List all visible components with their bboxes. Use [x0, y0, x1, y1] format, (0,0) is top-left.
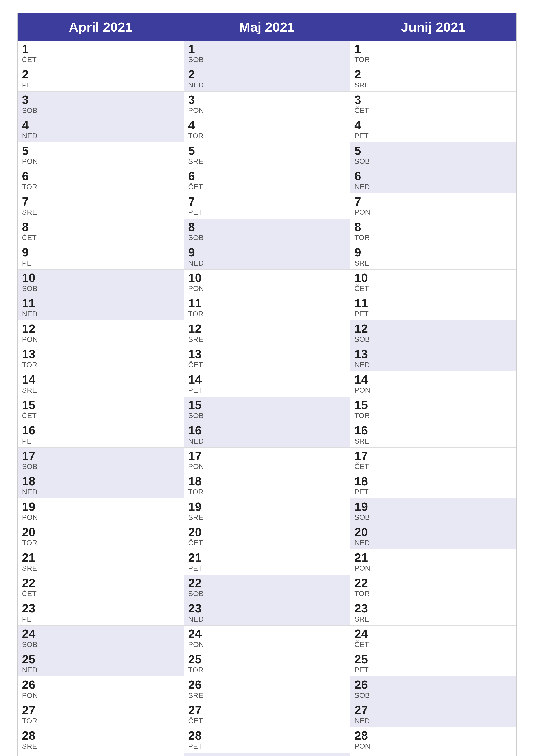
- day-name: NED: [354, 716, 512, 725]
- day-cell: 3SOB: [18, 92, 184, 117]
- day-cell: 11NED: [18, 295, 184, 320]
- day-number: 11: [188, 297, 345, 309]
- day-cell: 7SRE: [18, 193, 184, 219]
- day-cell: 12PON: [18, 320, 184, 346]
- day-cell: 5PON: [18, 143, 184, 168]
- day-number: 7: [354, 196, 512, 207]
- calendar-container: April 2021Maj 2021Junij 2021 1ČET2PET3SO…: [17, 13, 517, 756]
- day-number: 21: [354, 552, 512, 564]
- day-number: 5: [354, 145, 512, 157]
- day-number: 20: [354, 526, 512, 538]
- day-cell: 28SRE: [18, 727, 184, 753]
- day-number: 9: [22, 246, 179, 258]
- day-cell: 19SOB: [350, 499, 516, 524]
- day-cell: 29ČET: [18, 753, 184, 756]
- day-cell: 6TOR: [18, 168, 184, 193]
- day-number: 4: [354, 119, 512, 131]
- day-number: 29: [354, 755, 512, 756]
- day-name: SOB: [22, 106, 179, 115]
- day-number: 25: [22, 653, 179, 665]
- day-number: 25: [188, 653, 345, 665]
- day-number: 6: [188, 170, 345, 182]
- day-name: NED: [188, 259, 345, 267]
- day-name: PET: [22, 81, 179, 89]
- day-cell: 10PON: [184, 270, 350, 295]
- day-name: PON: [22, 157, 179, 166]
- day-name: PET: [354, 310, 512, 318]
- day-name: TOR: [188, 666, 345, 674]
- day-name: NED: [188, 437, 345, 445]
- month-column-1: 1SOB2NED3PON4TOR5SRE6ČET7PET8SOB9NED10PO…: [184, 41, 350, 756]
- day-cell: 17SOB: [18, 447, 184, 473]
- day-cell: 20ČET: [184, 524, 350, 549]
- day-cell: 22TOR: [350, 575, 516, 600]
- day-name: ČET: [354, 284, 512, 293]
- day-cell: 5SOB: [350, 143, 516, 168]
- day-number: 1: [188, 43, 345, 55]
- day-cell: 27ČET: [184, 702, 350, 727]
- day-cell: 21SRE: [18, 549, 184, 575]
- day-number: 9: [188, 246, 345, 258]
- day-name: ČET: [354, 106, 512, 115]
- day-name: SOB: [22, 640, 179, 649]
- day-number: 22: [188, 577, 345, 589]
- day-cell: 19PON: [18, 499, 184, 524]
- day-name: TOR: [188, 488, 345, 496]
- day-name: TOR: [354, 411, 512, 420]
- day-number: 15: [22, 399, 179, 411]
- day-cell: 9PET: [18, 244, 184, 270]
- day-name: PON: [188, 106, 345, 115]
- day-cell: 26SRE: [184, 676, 350, 702]
- day-name: PET: [188, 742, 345, 750]
- day-number: 20: [188, 526, 345, 538]
- day-name: ČET: [354, 640, 512, 649]
- day-cell: 17ČET: [350, 447, 516, 473]
- day-name: SOB: [188, 233, 345, 242]
- day-cell: 2NED: [184, 66, 350, 92]
- day-number: 28: [354, 729, 512, 742]
- day-name: TOR: [354, 233, 512, 242]
- day-number: 26: [188, 679, 345, 691]
- day-name: TOR: [354, 55, 512, 64]
- day-cell: 3PON: [184, 92, 350, 117]
- day-name: SRE: [188, 335, 345, 343]
- day-number: 14: [354, 373, 512, 386]
- day-name: ČET: [354, 462, 512, 471]
- day-name: SOB: [188, 411, 345, 420]
- day-number: 3: [188, 94, 345, 106]
- day-cell: 12SRE: [184, 320, 350, 346]
- day-cell: 6ČET: [184, 168, 350, 193]
- day-cell: 20TOR: [18, 524, 184, 549]
- day-cell: 19SRE: [184, 499, 350, 524]
- day-name: TOR: [22, 182, 179, 191]
- day-cell: 8ČET: [18, 219, 184, 244]
- day-number: 20: [22, 526, 179, 538]
- day-cell: 27NED: [350, 702, 516, 727]
- day-name: TOR: [22, 716, 179, 725]
- day-number: 10: [188, 272, 345, 284]
- day-name: NED: [354, 539, 512, 547]
- day-cell: 23PET: [18, 600, 184, 626]
- day-number: 25: [354, 653, 512, 665]
- day-name: TOR: [188, 310, 345, 318]
- day-cell: 20NED: [350, 524, 516, 549]
- day-number: 24: [354, 628, 512, 640]
- day-name: SRE: [22, 564, 179, 572]
- day-cell: 14PON: [350, 371, 516, 397]
- day-name: SOB: [354, 513, 512, 522]
- day-cell: 3ČET: [350, 92, 516, 117]
- day-number: 14: [22, 373, 179, 386]
- day-cell: 16PET: [18, 422, 184, 447]
- day-cell: 11TOR: [184, 295, 350, 320]
- day-number: 11: [22, 297, 179, 309]
- day-cell: 2SRE: [350, 66, 516, 92]
- day-name: TOR: [22, 539, 179, 547]
- day-name: NED: [354, 182, 512, 191]
- day-name: SOB: [22, 462, 179, 471]
- day-name: SOB: [188, 55, 345, 64]
- day-number: 23: [188, 602, 345, 614]
- day-name: PET: [22, 259, 179, 267]
- day-number: 28: [22, 729, 179, 742]
- day-number: 12: [354, 323, 512, 335]
- day-cell: 1TOR: [350, 41, 516, 66]
